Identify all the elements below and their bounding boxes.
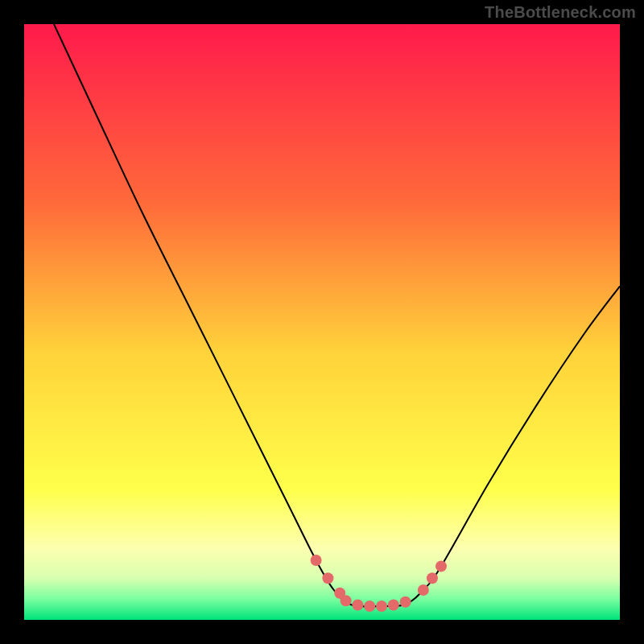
chart-frame: TheBottleneck.com [0, 0, 644, 644]
watermark-text: TheBottleneck.com [485, 3, 636, 22]
marker-dot [364, 601, 375, 612]
marker-dot [322, 572, 333, 584]
marker-dot [341, 595, 352, 606]
gradient-background [24, 24, 620, 620]
marker-dot [376, 601, 387, 612]
marker-dot [418, 584, 429, 596]
chart-svg [24, 24, 620, 620]
marker-dot [388, 600, 399, 611]
marker-dot [352, 600, 363, 611]
marker-dot [436, 560, 447, 572]
marker-dot [427, 572, 438, 584]
marker-dot [400, 597, 411, 608]
plot-area [24, 24, 620, 620]
marker-dot [311, 555, 322, 566]
